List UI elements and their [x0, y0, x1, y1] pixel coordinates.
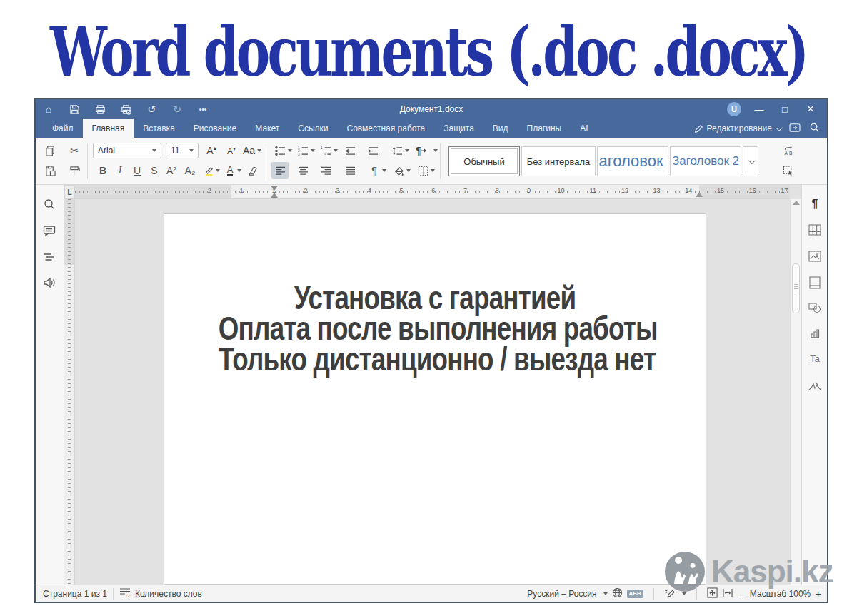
- multilevel-list-button[interactable]: 1: [317, 142, 334, 159]
- document-line[interactable]: Только дистанционно / выезда нет: [219, 344, 651, 375]
- ribbon-tab[interactable]: Вставка: [134, 119, 184, 138]
- style-heading1[interactable]: Заголовок 1: [597, 146, 668, 176]
- shrink-font-button[interactable]: A▾: [223, 142, 240, 159]
- home-icon[interactable]: ⌂: [36, 103, 61, 115]
- borders-dropdown[interactable]: [431, 169, 435, 172]
- find-icon[interactable]: [43, 198, 57, 212]
- borders-button[interactable]: [414, 162, 431, 179]
- font-name-select[interactable]: Arial: [93, 143, 161, 158]
- shading-dropdown[interactable]: [406, 169, 411, 172]
- image-settings-icon[interactable]: [808, 251, 822, 265]
- font-color-dropdown[interactable]: [237, 169, 241, 172]
- font-color-button[interactable]: A: [221, 162, 239, 179]
- globe-icon[interactable]: [612, 587, 623, 600]
- document-line[interactable]: Установка с гарантией: [219, 283, 651, 313]
- ribbon-tab[interactable]: Рисование: [184, 119, 246, 138]
- bold-button[interactable]: B: [94, 162, 111, 179]
- highlight-color-dropdown[interactable]: [216, 169, 220, 172]
- style-heading2[interactable]: Заголовок 2: [670, 146, 741, 176]
- line-spacing-dropdown[interactable]: [405, 149, 409, 152]
- word-count-label[interactable]: Количество слов: [135, 589, 202, 599]
- quick-print-icon[interactable]: [113, 103, 139, 116]
- select-all-button[interactable]: [780, 162, 797, 179]
- maximize-button[interactable]: □: [777, 104, 793, 115]
- change-case-button[interactable]: Aa: [243, 142, 261, 159]
- numbered-list-dropdown[interactable]: [311, 149, 315, 152]
- highlight-color-button[interactable]: [200, 162, 217, 179]
- left-indent-marker[interactable]: [271, 193, 278, 198]
- multilevel-list-dropdown[interactable]: [334, 149, 338, 152]
- ribbon-tab[interactable]: Файл: [43, 119, 83, 138]
- right-indent-marker[interactable]: [696, 192, 703, 197]
- paragraph-settings-icon[interactable]: ¶: [808, 198, 822, 212]
- undo-icon[interactable]: ↺: [139, 103, 164, 115]
- style-no-spacing[interactable]: Без интервала: [521, 146, 596, 176]
- align-center-button[interactable]: [294, 162, 311, 179]
- align-right-button[interactable]: [317, 162, 334, 179]
- signature-settings-icon[interactable]: [808, 380, 822, 395]
- bullet-list-button[interactable]: [271, 142, 289, 159]
- table-settings-icon[interactable]: [808, 224, 822, 238]
- feedback-icon[interactable]: [43, 276, 57, 291]
- comments-icon[interactable]: [43, 224, 57, 238]
- increase-indent-button[interactable]: [364, 142, 381, 159]
- horizontal-ruler[interactable]: 21 1234567891011121314151617: [75, 185, 790, 199]
- edit-mode-control[interactable]: Редактирование: [694, 123, 781, 133]
- avatar[interactable]: U: [727, 102, 741, 116]
- shape-settings-icon[interactable]: [808, 302, 822, 316]
- nonprinting-chars-button[interactable]: ¶: [366, 162, 383, 179]
- ribbon-tab[interactable]: Вид: [483, 119, 518, 138]
- page-indicator[interactable]: Страница 1 из 1: [43, 589, 107, 599]
- vertical-scrollbar[interactable]: [790, 199, 801, 585]
- search-icon[interactable]: [809, 122, 820, 135]
- nonprinting-chars-dropdown[interactable]: [382, 169, 386, 172]
- decrease-indent-button[interactable]: [341, 142, 359, 159]
- document-text[interactable]: Установка с гарантиейОплата после выполн…: [164, 283, 706, 375]
- spellcheck-button[interactable]: АБВ: [627, 590, 643, 598]
- replace-button[interactable]: AB: [780, 142, 797, 159]
- ribbon-tab[interactable]: Плагины: [518, 119, 571, 138]
- grow-font-button[interactable]: A▴: [203, 142, 220, 159]
- open-location-icon[interactable]: [789, 123, 801, 135]
- first-line-indent-marker[interactable]: [271, 186, 278, 191]
- paragraph-move-button[interactable]: ¶: [413, 142, 430, 159]
- textart-settings-icon[interactable]: Ta: [808, 353, 822, 368]
- copy-button[interactable]: [41, 142, 59, 159]
- language-selector[interactable]: Русский – Россия: [527, 589, 596, 599]
- underline-button[interactable]: U: [129, 162, 146, 179]
- vertical-ruler[interactable]: 123456789101112: [64, 199, 75, 585]
- header-footer-settings-icon[interactable]: [808, 276, 822, 291]
- document-line[interactable]: Оплата после выполнения работы: [219, 313, 651, 344]
- tab-stop-selector[interactable]: L: [64, 185, 75, 199]
- subscript-button[interactable]: A₂: [181, 162, 199, 179]
- line-spacing-button[interactable]: [389, 142, 406, 159]
- style-normal[interactable]: Обычный: [448, 146, 520, 176]
- more-icon[interactable]: •••: [190, 106, 216, 113]
- minimize-button[interactable]: —: [751, 104, 767, 115]
- styles-expand-button[interactable]: [743, 146, 758, 176]
- paragraph-move-dropdown[interactable]: [433, 149, 438, 152]
- scroll-up-arrow[interactable]: [793, 201, 800, 205]
- print-icon[interactable]: [87, 103, 113, 116]
- save-icon[interactable]: [61, 103, 87, 116]
- document-canvas[interactable]: Установка с гарантиейОплата после выполн…: [75, 199, 790, 585]
- ribbon-tab[interactable]: Главная: [83, 119, 134, 138]
- paste-button[interactable]: [41, 162, 59, 179]
- justify-button[interactable]: [341, 162, 359, 179]
- ribbon-tab[interactable]: Защита: [434, 119, 483, 138]
- close-button[interactable]: ×: [803, 103, 818, 116]
- superscript-button[interactable]: A²: [163, 162, 180, 179]
- format-painter-button[interactable]: [66, 162, 83, 179]
- strikethrough-button[interactable]: S: [146, 162, 163, 179]
- chart-settings-icon[interactable]: [808, 328, 822, 342]
- redo-icon[interactable]: ↻: [164, 103, 190, 115]
- ribbon-tab[interactable]: AI: [571, 119, 597, 138]
- language-dropdown[interactable]: [603, 592, 608, 595]
- scrollbar-thumb[interactable]: [792, 263, 800, 313]
- cut-button[interactable]: ✂: [66, 142, 83, 159]
- shading-button[interactable]: [390, 162, 407, 179]
- headings-navigation-icon[interactable]: [43, 251, 57, 265]
- ribbon-tab[interactable]: Ссылки: [289, 119, 337, 138]
- ribbon-tab[interactable]: Совместная работа: [337, 119, 434, 138]
- numbered-list-button[interactable]: 123: [294, 142, 311, 159]
